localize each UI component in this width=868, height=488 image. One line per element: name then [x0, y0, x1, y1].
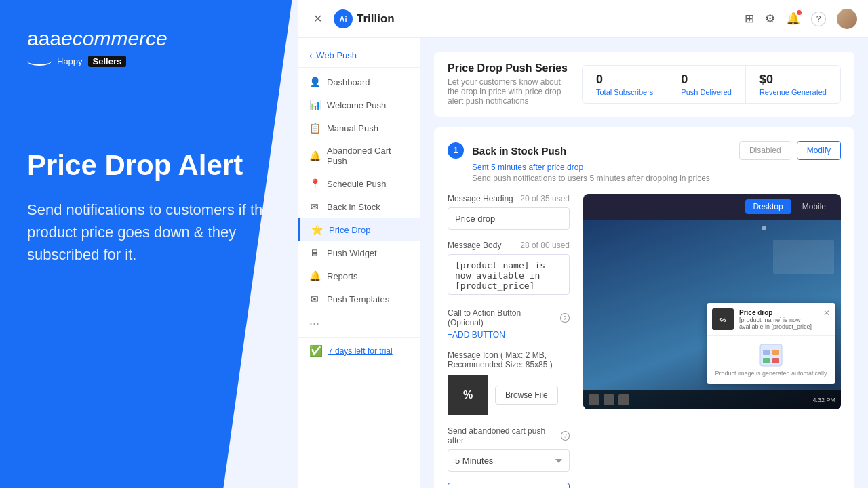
- sidebar-item-pushwidget[interactable]: 🖥 Push Widget: [298, 241, 420, 264]
- abandoned-after-group: Send abandoned cart push after ? 5 Minut…: [448, 426, 570, 472]
- push-card-title: Back in Stock Push: [472, 145, 731, 157]
- sidebar-item-manual[interactable]: 📋 Manual Push: [298, 117, 420, 140]
- subscribers-count: 0: [596, 73, 653, 87]
- stat-revenue: $0 Revenue Generated: [746, 66, 840, 103]
- gear-icon[interactable]: ⚙: [765, 12, 775, 26]
- form-section: Message Heading 20 of 35 used Message Bo…: [448, 194, 570, 488]
- schedule-icon: 📍: [309, 178, 320, 189]
- sidebar: ‹ Web Push 👤 Dashboard 📊 Welcome Push 📋 …: [298, 38, 420, 488]
- sidebar-item-welcome[interactable]: 📊 Welcome Push: [298, 94, 420, 117]
- sidebar-item-label: Push Widget: [327, 248, 377, 258]
- help-icon[interactable]: ?: [811, 12, 826, 26]
- brand-logo: Ai Trillion: [334, 9, 395, 28]
- abandoned-after-select[interactable]: 5 Minutes: [448, 449, 570, 472]
- abandoned-icon: 🔔: [309, 150, 320, 161]
- message-body-label: Message Body: [448, 241, 501, 250]
- logo-smile-line: [27, 56, 52, 66]
- stat-delivered: 0 Push Delivered: [667, 66, 746, 103]
- close-button[interactable]: ✕: [309, 11, 326, 27]
- windows-taskbar: 4:32 PM: [583, 390, 841, 409]
- price-tag-icon: %: [458, 385, 478, 405]
- notif-text: Price drop [product_name] is now availab…: [739, 309, 818, 330]
- desktop-preview: % Price drop [product_name] is now avail…: [583, 220, 841, 409]
- notif-body: [product_name] is now available in [prod…: [739, 317, 818, 330]
- notification-dot: [797, 10, 802, 15]
- icon-label: Message Icon ( Max: 2 MB, Recommended Si…: [448, 350, 570, 369]
- message-heading-input[interactable]: [448, 207, 570, 230]
- message-body-group: Message Body 28 of 80 used [product_name…: [448, 241, 570, 298]
- icon-section: Message Icon ( Max: 2 MB, Recommended Si…: [448, 350, 570, 415]
- reports-icon: 🔔: [309, 270, 320, 281]
- message-body-input[interactable]: [product_name] is now available in [prod…: [448, 254, 570, 295]
- sidebar-item-templates[interactable]: ✉ Push Templates: [298, 287, 420, 310]
- stats-bar: Price Drop Push Series Let your customer…: [434, 52, 854, 117]
- pushwidget-icon: 🖥: [309, 247, 320, 258]
- sidebar-more-icon[interactable]: ···: [298, 310, 420, 337]
- trial-check-icon: ✅: [309, 344, 323, 357]
- left-panel: aaa ecommerce Happy Sellers Price Drop A…: [0, 0, 298, 488]
- logo-area: aaa ecommerce Happy Sellers: [27, 27, 271, 67]
- preview-section: Desktop Mobile: [583, 194, 841, 488]
- disabled-button[interactable]: Disabled: [739, 141, 791, 160]
- add-cta-button[interactable]: +ADD BUTTON: [448, 330, 570, 340]
- stats-info: Price Drop Push Series Let your customer…: [448, 62, 568, 106]
- stats-description: Let your customers know about the drop i…: [448, 77, 568, 106]
- sidebar-item-label: Manual Push: [327, 123, 378, 134]
- right-panel: ✕ Ai Trillion ⊞ ⚙ 🔔 ? ‹ Web Push 👤 Dash: [298, 0, 868, 488]
- sidebar-item-reports[interactable]: 🔔 Reports: [298, 264, 420, 287]
- push-card: 1 Back in Stock Push Disabled Modify Sen…: [434, 127, 854, 488]
- stats-numbers: 0 Total Subscribers 0 Push Delivered $0 …: [582, 65, 841, 104]
- push-subdesc: Send push notifications to users 5 minut…: [472, 174, 841, 183]
- sidebar-item-label: Dashboard: [327, 77, 370, 87]
- product-image-placeholder-icon: [759, 343, 783, 367]
- browse-file-button[interactable]: Browse File: [495, 386, 558, 405]
- main-content: ‹ Web Push 👤 Dashboard 📊 Welcome Push 📋 …: [298, 38, 868, 488]
- notif-title: Price drop: [739, 309, 818, 317]
- stat-subscribers: 0 Total Subscribers: [583, 66, 667, 103]
- tab-desktop[interactable]: Desktop: [745, 199, 791, 214]
- left-description: Send notifications to customers if the p…: [27, 199, 271, 266]
- sidebar-back-button[interactable]: ‹ Web Push: [298, 43, 420, 68]
- welcome-icon: 📊: [309, 100, 320, 110]
- svg-rect-7: [763, 358, 770, 363]
- message-heading-group: Message Heading 20 of 35 used: [448, 194, 570, 230]
- sidebar-item-dashboard[interactable]: 👤 Dashboard: [298, 70, 420, 94]
- manual-icon: 📋: [309, 123, 320, 134]
- cta-info-icon: ?: [560, 313, 570, 323]
- grid-icon[interactable]: ⊞: [745, 12, 754, 26]
- user-avatar[interactable]: [837, 9, 857, 29]
- heading-count: 20 of 35 used: [520, 194, 570, 203]
- backinstock-icon: ✉: [309, 201, 320, 212]
- bell-icon[interactable]: 🔔: [786, 12, 800, 26]
- notif-close-button[interactable]: ✕: [823, 308, 830, 318]
- tab-mobile[interactable]: Mobile: [794, 199, 834, 214]
- sidebar-item-schedule[interactable]: 📍 Schedule Push: [298, 172, 420, 195]
- back-arrow-icon: ‹: [309, 50, 312, 60]
- logo-sub-row: Happy Sellers: [27, 56, 271, 67]
- send-test-button[interactable]: Send Test: [448, 483, 570, 488]
- subscribers-label: Total Subscribers: [596, 88, 653, 96]
- brand-name: Trillion: [357, 12, 395, 26]
- abandoned-label-text: Send abandoned cart push after: [448, 426, 558, 445]
- sidebar-item-abandoned[interactable]: 🔔 Abandoned Cart Push: [298, 140, 420, 172]
- notif-price-tag-icon: %: [717, 313, 729, 325]
- pricedrop-icon: ⭐: [311, 224, 322, 235]
- sidebar-item-label: Price Drop: [329, 225, 370, 235]
- modify-button[interactable]: Modify: [797, 141, 841, 160]
- sidebar-item-label: Abandoned Cart Push: [327, 146, 409, 166]
- taskbar-icon-2: [604, 394, 614, 405]
- abandoned-info-icon: ?: [561, 431, 570, 441]
- svg-rect-8: [772, 358, 779, 363]
- notification-popup: % Price drop [product_name] is now avail…: [707, 303, 835, 384]
- form-preview-layout: Message Heading 20 of 35 used Message Bo…: [448, 194, 841, 488]
- trial-text[interactable]: 7 days left for trial: [328, 346, 393, 356]
- svg-rect-5: [763, 350, 770, 355]
- sidebar-item-backinstock[interactable]: ✉ Back in Stock: [298, 195, 420, 218]
- notif-header: % Price drop [product_name] is now avail…: [707, 303, 835, 336]
- cta-label: Call to Action Button (Optional) ?: [448, 308, 570, 327]
- sidebar-back-label: Web Push: [316, 50, 357, 60]
- sidebar-item-pricedrop[interactable]: ⭐ Price Drop: [298, 218, 420, 241]
- message-body-label-row: Message Body 28 of 80 used: [448, 241, 570, 250]
- push-card-header: 1 Back in Stock Push Disabled Modify: [448, 141, 841, 160]
- revenue-count: $0: [760, 73, 827, 87]
